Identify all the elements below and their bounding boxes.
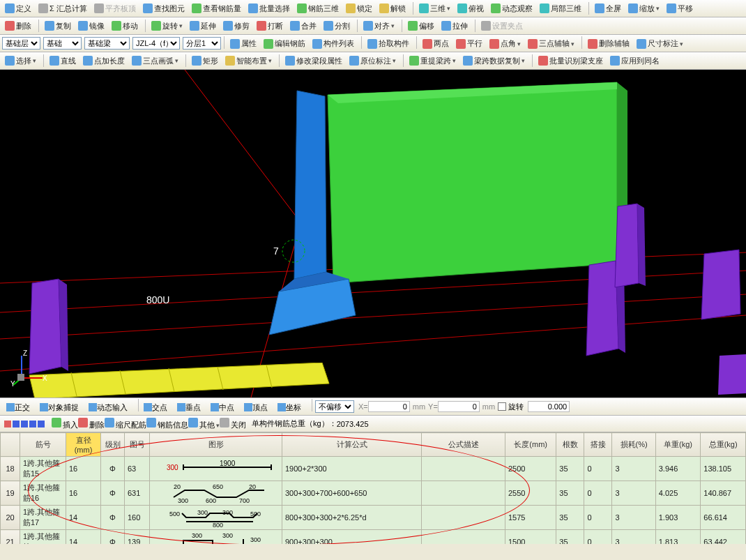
点加长度-button[interactable]: 点加长度 — [80, 54, 128, 68]
col-header[interactable]: 搭接 — [584, 433, 612, 457]
rebar-table[interactable]: 筋号直径(mm)级别图号图形计算公式公式描述长度(mm)根数搭接损耗(%)单重(… — [0, 432, 746, 544]
查找图元-button[interactable]: 查找图元 — [140, 2, 188, 15]
查看钢筋量-button[interactable]: 查看钢筋量 — [189, 2, 244, 15]
合并-button[interactable]: 合并 — [287, 20, 319, 33]
cell[interactable]: 140.867 — [701, 481, 746, 506]
坐标-toggle[interactable]: 坐标 — [275, 401, 303, 414]
y-input[interactable] — [438, 401, 480, 412]
sublayer-combo[interactable]: 分层1 — [183, 37, 221, 50]
cell[interactable]: 2550 — [505, 481, 556, 506]
cell[interactable]: 1575 — [505, 506, 556, 530]
nav-prev-icon[interactable] — [21, 421, 28, 427]
cell[interactable]: 63 — [125, 457, 150, 481]
rotate-checkbox[interactable] — [498, 402, 506, 411]
cell[interactable]: 66.614 — [701, 506, 746, 530]
关闭-button[interactable]: 关闭 — [220, 421, 246, 429]
cell[interactable]: 19 — [1, 481, 20, 506]
col-header[interactable] — [1, 433, 20, 457]
category-combo[interactable]: 基础 — [43, 37, 82, 50]
修剪-button[interactable]: 修剪 — [220, 20, 252, 33]
cell[interactable]: 3 — [612, 530, 655, 545]
nav-last-icon[interactable] — [38, 421, 45, 427]
cell[interactable]: 300+300+700+600+650 — [282, 481, 422, 506]
nav-next-icon[interactable] — [29, 421, 36, 427]
cell[interactable]: 3.946 — [655, 457, 701, 481]
cell[interactable]: 1跨.其他箍筋15 — [20, 457, 66, 481]
col-header[interactable]: 图形 — [150, 433, 282, 457]
cell[interactable]: 35 — [556, 481, 584, 506]
cell[interactable]: 4.025 — [655, 481, 701, 506]
cell[interactable]: 1跨.其他箍筋18 — [20, 530, 66, 545]
cell[interactable]: 0 — [584, 457, 612, 481]
三维-button[interactable]: 三维▾ — [416, 2, 453, 15]
cell[interactable]: 0 — [584, 530, 612, 545]
cell[interactable]: 63.442 — [701, 530, 746, 545]
cell[interactable]: 1.903 — [655, 506, 701, 530]
table-row[interactable]: 191跨.其他箍筋1616Φ6312065020300600700300+300… — [1, 481, 746, 506]
cell[interactable] — [422, 506, 505, 530]
table-row[interactable]: 201跨.其他箍筋1714Φ160500300300500800800+300+… — [1, 506, 746, 530]
cell[interactable]: 138.105 — [701, 457, 746, 481]
cell[interactable]: 3 — [612, 506, 655, 530]
cell[interactable]: Φ — [101, 481, 125, 506]
定义-button[interactable]: 定义 — [2, 2, 34, 15]
x-input[interactable] — [368, 401, 410, 412]
动态输入-toggle[interactable]: 动态输入 — [86, 401, 130, 414]
原位标注-button[interactable]: 原位标注▾ — [347, 54, 399, 68]
批量识别梁支座-button[interactable]: 批量识别梁支座 — [535, 54, 606, 68]
cell[interactable]: 2065020300600700 — [150, 481, 282, 506]
移动-button[interactable]: 移动 — [109, 20, 141, 33]
cell[interactable]: 0 — [584, 506, 612, 530]
平行-button[interactable]: 平行 — [453, 37, 485, 50]
cell[interactable]: 35 — [556, 530, 584, 545]
Σ汇总计算-button[interactable]: Σ 汇总计算 — [36, 2, 90, 15]
缩放-button[interactable]: 缩放▾ — [625, 2, 662, 15]
cell[interactable]: 3 — [612, 481, 655, 506]
点角-button[interactable]: 点角▾ — [487, 37, 524, 50]
cell[interactable]: 139 — [125, 530, 150, 545]
member-name-combo[interactable]: JZL-4（f） — [132, 37, 180, 50]
解锁-button[interactable]: 解锁 — [376, 2, 409, 15]
close-panel-icon[interactable] — [4, 421, 11, 427]
cell[interactable]: 16 — [66, 481, 101, 506]
动态观察-button[interactable]: 动态观察 — [488, 2, 535, 15]
cell[interactable]: 35 — [556, 506, 584, 530]
编辑钢筋-button[interactable]: 编辑钢筋 — [261, 37, 308, 50]
旋转-button[interactable]: 旋转▾ — [149, 20, 185, 33]
cell[interactable]: 800+300+300+2*6.25*d — [282, 506, 422, 530]
col-header[interactable]: 总重(kg) — [701, 433, 746, 457]
cell[interactable]: Φ — [101, 506, 125, 530]
nav-first-icon[interactable] — [13, 421, 20, 427]
选择-button[interactable]: 选择▾ — [2, 54, 39, 68]
cell[interactable]: 1跨.其他箍筋17 — [20, 506, 66, 530]
偏移-button[interactable]: 偏移 — [405, 20, 437, 33]
rotate-input[interactable] — [528, 401, 570, 412]
cell[interactable]: 35 — [556, 457, 584, 481]
三点画弧-button[interactable]: 三点画弧▾ — [129, 54, 181, 68]
拉伸-button[interactable]: 拉伸 — [439, 20, 471, 33]
col-header[interactable]: 筋号 — [20, 433, 66, 457]
删除-button[interactable]: 删除 — [2, 20, 34, 33]
复制-button[interactable]: 复制 — [42, 20, 74, 33]
col-header[interactable]: 级别 — [101, 433, 125, 457]
col-header[interactable]: 长度(mm) — [505, 433, 556, 457]
插入-button[interactable]: 插入 — [52, 421, 78, 429]
局部三维-button[interactable]: 局部三维 — [537, 2, 584, 15]
cell[interactable]: 631 — [125, 481, 150, 506]
col-header[interactable]: 单重(kg) — [655, 433, 701, 457]
全屏-button[interactable]: 全屏 — [592, 2, 624, 15]
交点-toggle[interactable]: 交点 — [142, 401, 169, 414]
顶点-toggle[interactable]: 顶点 — [242, 401, 270, 414]
cell[interactable]: 3001900 — [150, 457, 282, 481]
cell[interactable]: 14 — [66, 506, 101, 530]
table-row[interactable]: 181跨.其他箍筋1516Φ6330019001900+2*3002500350… — [1, 457, 746, 481]
延伸-button[interactable]: 延伸 — [187, 20, 219, 33]
俯视-button[interactable]: 俯视 — [455, 2, 487, 15]
cell[interactable]: 1.813 — [655, 530, 701, 545]
平移-button[interactable]: 平移 — [664, 2, 696, 15]
修改梁段属性-button[interactable]: 修改梁段属性 — [282, 54, 345, 68]
cell[interactable]: 16 — [66, 457, 101, 481]
cell[interactable]: 300300300900 — [150, 530, 282, 545]
cell[interactable]: 160 — [125, 506, 150, 530]
cell[interactable] — [422, 481, 505, 506]
